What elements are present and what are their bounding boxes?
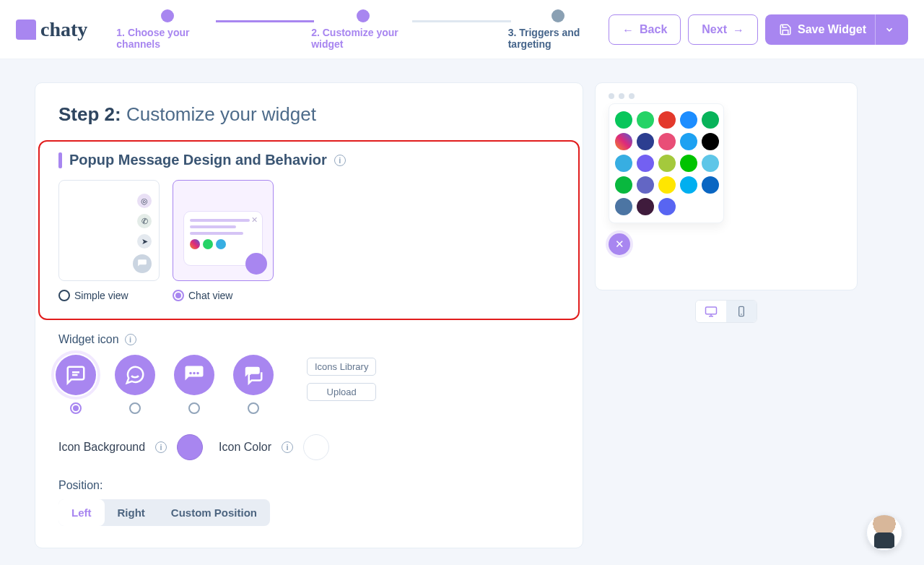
snapchat-icon[interactable]	[658, 176, 676, 194]
instagram-icon[interactable]	[615, 133, 632, 150]
chat-close-button[interactable]: ✕	[609, 233, 630, 255]
chat-launcher-icon	[245, 253, 267, 275]
icon-color-label: Icon Color	[219, 441, 271, 454]
logo-text: chaty	[40, 18, 87, 41]
step-1[interactable]: 1. Choose your channels	[116, 9, 218, 50]
back-button[interactable]: Back	[609, 14, 681, 45]
step-label: 1. Choose your channels	[116, 27, 218, 50]
position-label: Position:	[58, 479, 583, 492]
whatsapp-icon[interactable]	[637, 111, 654, 129]
position-left[interactable]: Left	[58, 499, 105, 526]
next-label: Next	[702, 23, 727, 36]
icon-bg-swatch[interactable]	[177, 434, 203, 460]
stepper: 1. Choose your channels 2. Customize you…	[116, 9, 609, 50]
info-icon[interactable]: i	[282, 441, 293, 453]
radio-icon[interactable]	[129, 402, 141, 414]
widget-icon-option-3[interactable]	[174, 355, 214, 395]
widget-icon-option-4[interactable]	[233, 355, 274, 395]
back-label: Back	[640, 23, 667, 36]
arrow-right-icon	[733, 24, 744, 35]
view-card-simple[interactable]: ◎ ✆ ➤	[58, 180, 160, 281]
radio-label: Chat view	[188, 290, 232, 301]
support-avatar-button[interactable]	[866, 514, 902, 551]
step-2[interactable]: 2. Customize your widget	[311, 9, 415, 50]
vk-icon[interactable]	[615, 198, 632, 215]
telegram-icon: ➤	[137, 234, 152, 249]
sms-icon[interactable]	[658, 133, 676, 150]
phone-icon[interactable]	[615, 111, 632, 129]
title-text: Customize your widget	[126, 103, 316, 125]
icon-color-swatch[interactable]	[303, 434, 329, 460]
radio-icon	[173, 290, 184, 301]
info-icon[interactable]: i	[155, 441, 167, 453]
wechat-icon[interactable]	[615, 176, 632, 194]
radio-simple-view[interactable]: Simple view	[58, 290, 160, 301]
discord-icon[interactable]	[658, 198, 676, 215]
mobile-icon	[736, 306, 747, 317]
position-right[interactable]: Right	[105, 499, 158, 526]
contact-icon[interactable]	[637, 133, 654, 150]
radio-icon[interactable]	[188, 402, 200, 414]
position-custom[interactable]: Custom Position	[158, 499, 270, 526]
step-label: 2. Customize your widget	[311, 27, 415, 50]
section-title-text: Popup Message Design and Behavior	[69, 152, 327, 168]
svg-point-3	[193, 372, 196, 375]
section-title: Popup Message Design and Behavior i	[58, 152, 559, 168]
widget-icon-option-2[interactable]	[115, 355, 155, 395]
step-dot-icon	[161, 9, 174, 22]
arrow-left-icon	[622, 24, 634, 35]
radio-icon[interactable]	[248, 402, 259, 414]
slack-icon[interactable]	[637, 198, 654, 215]
info-icon[interactable]: i	[334, 155, 346, 166]
whatsapp-icon	[203, 239, 213, 249]
device-desktop-button[interactable]	[696, 301, 726, 322]
viber-icon[interactable]	[637, 155, 654, 172]
chat-launcher-icon	[133, 254, 152, 273]
step-line-icon	[216, 20, 314, 22]
icon-bg-label: Icon Background	[58, 441, 145, 454]
view-card-chat[interactable]: ✕	[173, 180, 274, 281]
widget-icon-option-1[interactable]	[56, 355, 96, 395]
skype-icon[interactable]	[680, 176, 697, 194]
next-button[interactable]: Next	[688, 14, 758, 45]
linkedin-icon[interactable]	[702, 176, 719, 194]
instagram-icon: ◎	[137, 194, 152, 208]
icon-colors-row: Icon Background i Icon Color i	[35, 434, 583, 460]
save-dropdown-icon[interactable]	[875, 14, 894, 45]
topbar: chaty 1. Choose your channels 2. Customi…	[0, 0, 924, 59]
channels-popup	[609, 103, 724, 223]
twitter-icon[interactable]	[680, 133, 697, 150]
radio-chat-view[interactable]: Chat view	[173, 290, 274, 301]
location-icon[interactable]	[702, 111, 719, 129]
icons-library-button[interactable]: Icons Library	[307, 358, 376, 376]
messenger-icon[interactable]	[680, 111, 697, 129]
step-3[interactable]: 3. Triggers and targeting	[508, 9, 609, 50]
save-label: Save Widget	[798, 23, 866, 36]
teams-icon[interactable]	[637, 176, 654, 194]
popup-design-section: Popup Message Design and Behavior i ◎ ✆ …	[38, 140, 580, 320]
tiktok-icon[interactable]	[702, 133, 719, 150]
window-dots-icon	[609, 93, 850, 99]
step-dot-icon	[357, 9, 370, 22]
title-prefix: Step 2:	[58, 103, 121, 125]
telegram-icon[interactable]	[615, 155, 632, 172]
info-icon[interactable]: i	[125, 334, 136, 345]
svg-point-2	[189, 372, 192, 375]
nav-buttons: Back Next Save Widget	[609, 14, 908, 45]
widget-icon-options: Icons Library Upload	[35, 355, 583, 414]
line-icon[interactable]	[680, 155, 697, 172]
custom-msg-icon[interactable]	[658, 155, 676, 172]
step-label: 3. Triggers and targeting	[508, 27, 609, 50]
svg-rect-5	[706, 307, 717, 314]
channels-grid	[615, 111, 718, 215]
radio-icon	[58, 290, 70, 301]
logo[interactable]: chaty	[16, 18, 87, 41]
save-widget-button[interactable]: Save Widget	[765, 14, 908, 45]
position-segment: Left Right Custom Position	[58, 499, 270, 526]
device-mobile-button[interactable]	[726, 301, 757, 322]
close-icon: ✕	[251, 215, 258, 225]
radio-icon[interactable]	[70, 402, 82, 414]
chat-icon[interactable]	[702, 155, 719, 172]
upload-button[interactable]: Upload	[307, 383, 376, 401]
email-icon[interactable]	[658, 111, 676, 129]
